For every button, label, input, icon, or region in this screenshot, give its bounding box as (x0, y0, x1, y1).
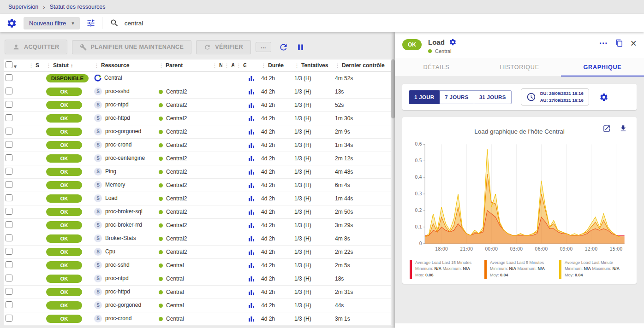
resource-name[interactable]: proc-gorgoned (105, 128, 141, 135)
graph-icon[interactable] (248, 155, 255, 162)
resource-cell[interactable]: Sproc-crond (92, 312, 157, 325)
resource-name[interactable]: Cpu (105, 248, 115, 255)
resource-name[interactable]: proc-crond (105, 141, 131, 148)
table-row[interactable]: OKSproc-broker-sqlCentral24d 2h1/3 (H)2m… (4, 205, 391, 218)
parent-name[interactable]: Central2 (166, 155, 187, 162)
graph-icon[interactable] (248, 275, 255, 282)
table-row[interactable]: OKSproc-gorgonedCentral4d 2h1/3 (H)44s (4, 299, 391, 312)
breadcrumb-item-supervision[interactable]: Supervision (8, 4, 38, 10)
breadcrumb-item-resource-status[interactable]: Statut des ressources (50, 4, 106, 10)
graph-cell[interactable] (246, 71, 259, 85)
parent-name[interactable]: Central2 (166, 249, 187, 255)
graph-cell[interactable] (246, 232, 259, 245)
row-checkbox[interactable] (6, 288, 12, 295)
graph-icon[interactable] (248, 142, 255, 148)
parent-name[interactable]: Central2 (166, 142, 187, 148)
parent-name[interactable]: Central2 (166, 182, 187, 188)
parent-name[interactable]: Central2 (166, 235, 187, 242)
acknowledge-button[interactable]: ACQUITTER (5, 40, 67, 54)
column-header-parent[interactable]: ⋮Parent (157, 59, 210, 71)
schedule-maintenance-button[interactable]: PLANIFIER UNE MAINTENANCE (72, 40, 192, 54)
table-row[interactable]: OKSproc-centengineCentral24d 2h1/3 (H)2m… (4, 152, 391, 165)
graph-icon[interactable] (248, 75, 255, 82)
row-checkbox[interactable] (6, 234, 12, 241)
graph-icon[interactable] (248, 102, 255, 108)
resource-cell[interactable]: Sproc-broker-rrd (92, 218, 157, 232)
row-checkbox[interactable] (6, 128, 12, 135)
parent-name[interactable]: Central (166, 275, 184, 282)
table-row[interactable]: OKSBroker-StatsCentral24d 2h1/3 (H)4m 8s (4, 232, 391, 245)
table-row[interactable]: OKSproc-broker-rrdCentral24d 2h1/3 (H)3m… (4, 218, 391, 232)
parent-name[interactable]: Central2 (166, 209, 187, 215)
resource-name[interactable]: proc-httpd (105, 288, 130, 295)
select-caret-icon[interactable]: ▾ (14, 64, 17, 69)
resource-name[interactable]: proc-sshd (105, 262, 130, 268)
row-checkbox[interactable] (6, 221, 12, 228)
range-1-day-button[interactable]: 1 JOUR (409, 90, 440, 104)
graph-cell[interactable] (246, 299, 259, 312)
legend-item[interactable]: Average Load Last 5 MinutesMinimum: N/A … (484, 260, 555, 279)
search-input[interactable] (125, 20, 309, 27)
table-row[interactable]: OKSproc-crondCentral24d 2h1/3 (H)1m 34s (4, 138, 391, 152)
resource-cell[interactable]: Sproc-httpd (92, 111, 157, 125)
graph-icon[interactable] (248, 289, 255, 295)
table-row[interactable]: OKSproc-sshdCentral24d 2h1/3 (H)13s (4, 85, 391, 98)
resource-name[interactable]: Broker-Stats (105, 235, 136, 241)
resource-cell[interactable]: Sproc-gorgoned (92, 299, 157, 312)
parent-name[interactable]: Central2 (166, 115, 187, 122)
resource-cell[interactable]: Sproc-crond (92, 138, 157, 152)
close-icon[interactable]: × (631, 40, 637, 47)
graph-cell[interactable] (246, 205, 259, 218)
graph-icon[interactable] (248, 249, 255, 255)
row-checkbox[interactable] (6, 114, 12, 121)
parent-name[interactable]: Central2 (166, 129, 187, 135)
row-checkbox[interactable] (6, 181, 12, 188)
copy-link-icon[interactable] (615, 39, 623, 47)
graph-cell[interactable] (246, 272, 259, 285)
parent-name[interactable]: Central (166, 316, 184, 322)
panel-more-icon[interactable]: ⋯ (599, 41, 608, 46)
resource-name[interactable]: Load (105, 195, 118, 201)
table-row[interactable]: OKSCpuCentral24d 2h1/3 (H)2m 22s (4, 245, 391, 258)
graph-cell[interactable] (246, 245, 259, 258)
select-all-checkbox[interactable] (6, 61, 12, 68)
check-button[interactable]: VÉRIFIER (196, 40, 251, 54)
legend-item[interactable]: Average Load Last MinuteMinimum: N/A Max… (559, 260, 629, 279)
column-header-tries[interactable]: ⋮Tentatives (292, 59, 333, 71)
graph-icon[interactable] (248, 262, 255, 269)
resource-cell[interactable]: SBroker-Stats (92, 232, 157, 245)
refresh-icon[interactable] (279, 42, 288, 52)
column-header-a[interactable]: ⋮A (222, 59, 234, 71)
graph-cell[interactable] (246, 152, 259, 165)
filter-dropdown[interactable]: Nouveau filtre ▾ (24, 17, 80, 29)
graph-cell[interactable] (246, 138, 259, 152)
table-row[interactable]: DISPONIBLECentral4d 2h1/3 (H)4m 52s (4, 71, 391, 85)
column-header-n[interactable]: ⋮N (210, 59, 222, 71)
graph-cell[interactable] (246, 125, 259, 138)
table-row[interactable]: OKSproc-httpdCentral24d 2h1/3 (H)1m 30s (4, 111, 391, 125)
resource-cell[interactable]: SLoad (92, 192, 157, 205)
graph-icon[interactable] (248, 316, 255, 322)
table-row[interactable]: OKSproc-gorgonedCentral24d 2h1/3 (H)2m 9… (4, 125, 391, 138)
column-header-last-check[interactable]: ⋮Dernier contrôle (333, 59, 391, 71)
graph-cell[interactable] (246, 98, 259, 111)
resource-cell[interactable]: SCpu (92, 245, 157, 258)
panel-parent-name[interactable]: Central (435, 48, 451, 54)
table-row[interactable]: OKSproc-ntpdCentral4d 2h1/3 (H)18s (4, 272, 391, 285)
column-header-g[interactable]: ⋮G (234, 59, 246, 71)
resource-cell[interactable]: Sproc-httpd (92, 285, 157, 299)
resource-cell[interactable]: Sproc-sshd (92, 258, 157, 272)
column-header-status[interactable]: ⋮Statut↑ (44, 59, 92, 71)
graph-cell[interactable] (246, 312, 259, 325)
graph-icon[interactable] (248, 169, 255, 175)
parent-name[interactable]: Central (166, 302, 184, 309)
advanced-filter-icon[interactable] (86, 18, 95, 28)
parent-name[interactable]: Central2 (166, 102, 187, 108)
resource-cell[interactable]: Central (92, 71, 157, 85)
graph-icon[interactable] (248, 115, 255, 122)
row-checkbox[interactable] (6, 275, 12, 281)
range-31-days-button[interactable]: 31 JOURS (474, 90, 512, 104)
graph-icon[interactable] (248, 129, 255, 135)
resource-cell[interactable]: Sproc-centengine (92, 152, 157, 165)
row-checkbox[interactable] (6, 208, 12, 215)
